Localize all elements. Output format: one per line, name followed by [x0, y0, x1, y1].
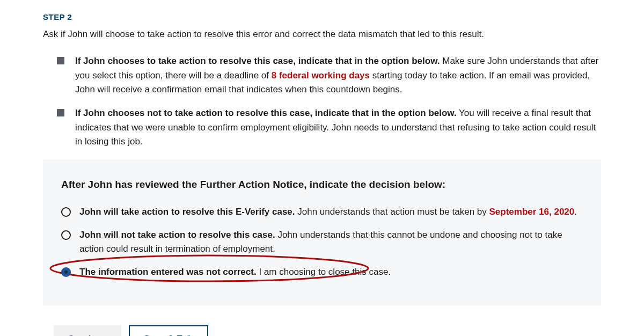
instruction-bullets: If John chooses to take action to resolv… — [43, 54, 601, 149]
radio-label: John will not take action to resolve thi… — [79, 228, 583, 255]
radio-label: The information entered was not correct.… — [79, 265, 391, 279]
step-description: Ask if John will choose to take action t… — [43, 27, 601, 41]
radio-pre: I am choosing to close this case. — [257, 267, 391, 277]
square-bullet-icon — [57, 109, 64, 116]
radio-option-info-incorrect[interactable]: The information entered was not correct.… — [61, 264, 583, 280]
continue-button[interactable]: Continue — [54, 325, 121, 336]
bullet-text: If John chooses to take action to resolv… — [75, 54, 601, 97]
deadline-date: September 16, 2020 — [489, 207, 575, 217]
radio-bold: John will not take action to resolve thi… — [79, 230, 275, 240]
save-exit-button[interactable]: Save & Exit — [129, 325, 209, 336]
radio-pre: John understands that action must be tak… — [295, 207, 489, 217]
radio-label: John will take action to resolve this E-… — [79, 205, 577, 219]
bullet-bold: If John chooses not to take action to re… — [75, 108, 457, 118]
square-bullet-icon — [57, 57, 64, 64]
step-label: STEP 2 — [43, 11, 601, 24]
button-row: Continue Save & Exit — [43, 325, 601, 336]
radio-icon[interactable] — [61, 230, 71, 240]
radio-post: . — [574, 207, 577, 217]
radio-option-take-action[interactable]: John will take action to resolve this E-… — [61, 204, 583, 220]
radio-icon-selected[interactable] — [61, 267, 71, 277]
radio-bold: The information entered was not correct. — [79, 267, 257, 277]
bullet-bold: If John chooses to take action to resolv… — [75, 56, 440, 66]
decision-heading: After John has reviewed the Further Acti… — [61, 177, 583, 193]
bullet-item: If John chooses to take action to resolv… — [57, 54, 601, 97]
bullet-text: If John chooses not to take action to re… — [75, 106, 601, 149]
radio-bold: John will take action to resolve this E-… — [79, 207, 295, 217]
radio-icon[interactable] — [61, 207, 71, 217]
bullet-item: If John chooses not to take action to re… — [57, 106, 601, 149]
decision-panel: After John has reviewed the Further Acti… — [43, 159, 601, 305]
deadline-highlight: 8 federal working days — [272, 70, 370, 81]
radio-option-no-action[interactable]: John will not take action to resolve thi… — [61, 227, 583, 257]
